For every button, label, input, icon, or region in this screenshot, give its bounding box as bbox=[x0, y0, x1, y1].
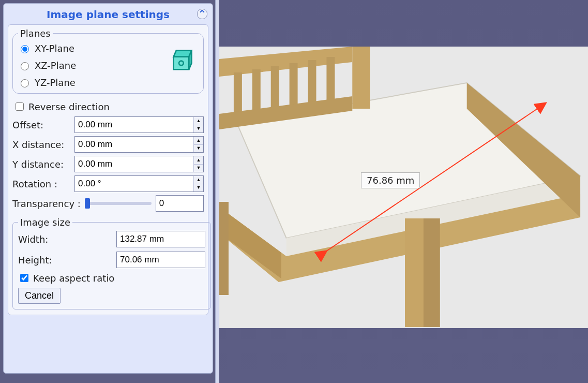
ydistance-label: Y distance: bbox=[12, 159, 72, 170]
offset-label: Offset: bbox=[12, 120, 72, 130]
width-spinbox[interactable]: ▲▼ bbox=[116, 231, 205, 247]
collapse-button[interactable]: ⌃ bbox=[197, 9, 207, 19]
radio-xz-input[interactable] bbox=[21, 62, 29, 70]
width-label: Width: bbox=[18, 234, 116, 245]
radio-xy-plane[interactable]: XY-Plane bbox=[18, 43, 168, 54]
radio-yz-input[interactable] bbox=[21, 79, 29, 87]
xdistance-step-down[interactable]: ▼ bbox=[194, 145, 203, 153]
radio-xy-label: XY-Plane bbox=[35, 43, 74, 54]
rotation-step-up[interactable]: ▲ bbox=[194, 176, 203, 184]
panel-header: Image plane settings ⌃ bbox=[8, 7, 208, 22]
radio-xz-label: XZ-Plane bbox=[35, 60, 76, 71]
planes-legend: Planes bbox=[18, 28, 53, 39]
svg-rect-19 bbox=[326, 57, 335, 104]
image-size-group: Image size Width: ▲▼ Height: ▲▼ bbox=[12, 217, 211, 310]
height-row: Height: ▲▼ bbox=[18, 252, 205, 268]
ydistance-step-down[interactable]: ▼ bbox=[194, 165, 203, 172]
svg-rect-10 bbox=[424, 218, 440, 327]
offset-step-up[interactable]: ▲ bbox=[194, 117, 203, 125]
transparency-label: Transparency : bbox=[12, 198, 81, 209]
xdistance-input[interactable] bbox=[75, 137, 193, 152]
offset-step-down[interactable]: ▼ bbox=[194, 125, 203, 133]
offset-input[interactable] bbox=[75, 117, 193, 132]
cancel-button[interactable]: Cancel bbox=[18, 288, 61, 304]
transparency-row: Transparency : ▲▼ bbox=[12, 195, 204, 212]
svg-rect-11 bbox=[219, 202, 229, 295]
rotation-spinbox[interactable]: ▲▼ bbox=[74, 175, 204, 192]
panel-body: Planes XY-Plane XZ-Plane YZ- bbox=[8, 24, 208, 315]
ydistance-input[interactable] bbox=[75, 156, 193, 172]
svg-rect-12 bbox=[352, 47, 370, 109]
height-label: Height: bbox=[18, 255, 116, 266]
svg-marker-1 bbox=[174, 57, 189, 70]
offset-row: Offset: ▲▼ bbox=[12, 116, 204, 133]
keep-aspect-input[interactable] bbox=[20, 274, 28, 282]
svg-rect-18 bbox=[308, 60, 316, 107]
rotation-row: Rotation : ▲▼ bbox=[12, 175, 204, 192]
reverse-direction-input[interactable] bbox=[16, 102, 24, 111]
width-input[interactable] bbox=[117, 231, 233, 247]
width-row: Width: ▲▼ bbox=[18, 231, 205, 247]
radio-yz-plane[interactable]: YZ-Plane bbox=[18, 77, 168, 88]
svg-rect-17 bbox=[290, 63, 298, 110]
height-input[interactable] bbox=[117, 252, 233, 268]
task-panel-container: Image plane settings ⌃ Planes XY-Plane bbox=[0, 0, 215, 383]
keep-aspect-label: Keep aspect ratio bbox=[33, 273, 114, 284]
reverse-direction-checkbox[interactable]: Reverse direction bbox=[12, 99, 204, 116]
svg-rect-16 bbox=[271, 66, 279, 113]
keep-aspect-checkbox[interactable]: Keep aspect ratio bbox=[18, 272, 205, 288]
radio-yz-label: YZ-Plane bbox=[35, 77, 76, 88]
transparency-slider[interactable] bbox=[85, 202, 152, 205]
image-size-legend: Image size bbox=[18, 217, 72, 228]
ydistance-spinbox[interactable]: ▲▼ bbox=[74, 156, 204, 172]
radio-xy-input[interactable] bbox=[21, 45, 29, 53]
viewport-3d[interactable]: 76.86 mm bbox=[219, 0, 588, 383]
transparency-spinbox[interactable]: ▲▼ bbox=[156, 195, 204, 212]
panel-title: Image plane settings bbox=[47, 8, 170, 21]
ydistance-step-up[interactable]: ▲ bbox=[194, 156, 203, 165]
offset-spinbox[interactable]: ▲▼ bbox=[74, 116, 204, 133]
height-spinbox[interactable]: ▲▼ bbox=[116, 252, 205, 268]
rotation-step-down[interactable]: ▼ bbox=[194, 184, 203, 192]
xdistance-spinbox[interactable]: ▲▼ bbox=[74, 136, 204, 153]
chevron-up-icon: ⌃ bbox=[198, 9, 207, 19]
task-panel: Image plane settings ⌃ Planes XY-Plane bbox=[3, 3, 213, 374]
rotation-label: Rotation : bbox=[12, 179, 72, 189]
radio-xz-plane[interactable]: XZ-Plane bbox=[18, 60, 168, 71]
panel-splitter[interactable] bbox=[215, 0, 219, 383]
planes-group: Planes XY-Plane XZ-Plane YZ- bbox=[12, 28, 204, 94]
xdistance-step-up[interactable]: ▲ bbox=[194, 137, 203, 145]
reverse-direction-label: Reverse direction bbox=[28, 101, 110, 112]
xdistance-label: X distance: bbox=[12, 139, 72, 150]
ydistance-row: Y distance: ▲▼ bbox=[12, 156, 204, 172]
rotation-input[interactable] bbox=[75, 176, 193, 192]
cube-icon bbox=[168, 45, 197, 74]
xdistance-row: X distance: ▲▼ bbox=[12, 136, 204, 153]
dimension-label: 76.86 mm bbox=[361, 172, 420, 188]
